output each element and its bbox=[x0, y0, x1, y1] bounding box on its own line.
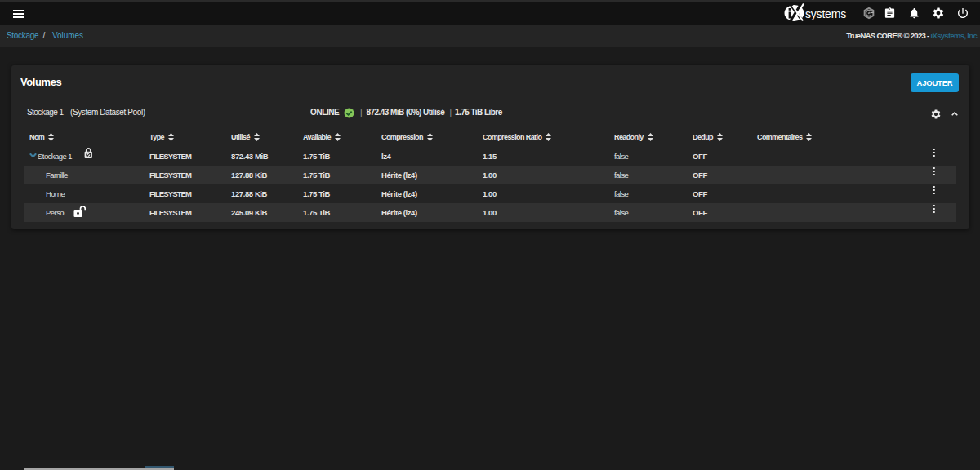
svg-text:systems: systems bbox=[805, 7, 846, 20]
